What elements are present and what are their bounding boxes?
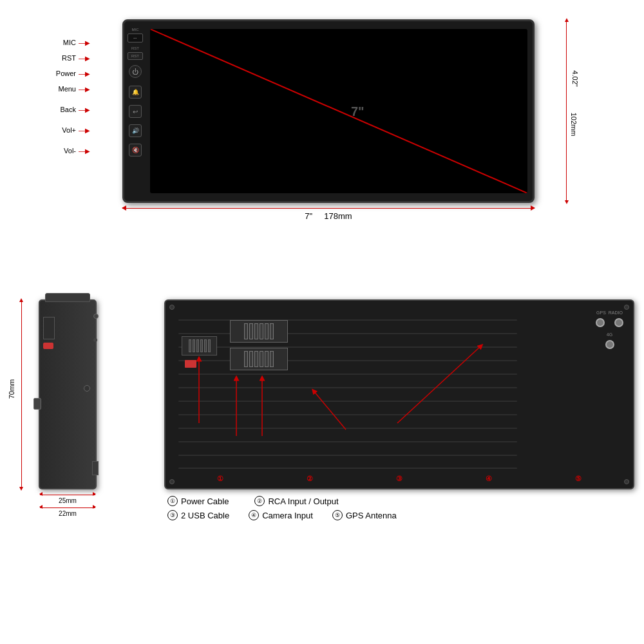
back-view-section: GPS RADIO 4G	[164, 299, 634, 520]
rca-label: RCA Input / Output	[268, 497, 338, 506]
mic-label: MIC	[52, 39, 76, 46]
screen-size-label: 7"	[351, 104, 365, 118]
radio-antenna-port	[614, 318, 623, 327]
height-mm: 102mm	[571, 112, 578, 136]
mic-arrow: —▶	[79, 39, 90, 46]
menu-button[interactable]: 🔔	[129, 86, 142, 99]
top-bracket	[45, 293, 90, 302]
side-view-section: 70mm	[16, 299, 155, 520]
volplus-label: Vol+	[52, 126, 76, 134]
back-button[interactable]: ↩	[129, 105, 142, 118]
num-2: ②	[307, 475, 313, 483]
volminus-arrow: —▶	[79, 147, 90, 155]
power-label: Power	[52, 70, 76, 77]
volplus-arrow: —▶	[79, 127, 90, 134]
back-label: Back	[52, 106, 76, 113]
width-mm: 178mm	[324, 211, 352, 221]
vol-plus-button[interactable]: 🔊	[129, 124, 142, 137]
device-front: MIC ▪▪▪ RST RST ⏻ 🔔 ↩ 🔊 🔇	[122, 19, 535, 203]
back-arrow: —▶	[79, 106, 90, 113]
device-side	[39, 299, 97, 489]
bracket-width1: 25mm	[39, 497, 97, 504]
bottom-connector	[92, 461, 99, 475]
mic-label-row: MIC —▶	[52, 39, 90, 46]
side-right-buttons	[93, 314, 99, 342]
num-circle-3: ③	[167, 510, 178, 520]
power-button[interactable]: ⏻	[129, 65, 142, 78]
back-label-row: Back —▶	[52, 106, 90, 113]
power-arrow: —▶	[79, 70, 90, 77]
volminus-label: Vol-	[52, 147, 76, 155]
rst-button[interactable]: RST	[128, 52, 143, 60]
usb-port-side	[33, 398, 41, 410]
antenna-area: GPS RADIO 4G	[596, 310, 623, 349]
volminus-label-row: Vol- —▶	[52, 147, 90, 155]
connector-top	[230, 320, 288, 343]
connector-bottom	[230, 348, 288, 370]
power-label-row: Power —▶	[52, 70, 90, 77]
diagonal-line	[150, 29, 527, 193]
power-connector	[182, 336, 217, 355]
label-power-cable: ① Power Cable	[167, 496, 229, 506]
audio-jack	[84, 385, 90, 392]
rst-label: RST	[52, 54, 76, 62]
label-gps: ⑤ GPS Antenna	[332, 510, 397, 520]
label-rca: ② RCA Input / Output	[254, 496, 338, 506]
num-circle-1: ①	[167, 496, 178, 506]
front-left-labels: MIC —▶ RST —▶ Power —▶ Menu —▶ Back —▶ V…	[52, 39, 90, 155]
rst-arrow: —▶	[79, 55, 90, 62]
volplus-label-row: Vol+ —▶	[52, 126, 90, 134]
svg-line-0	[150, 29, 527, 193]
4g-antenna-port	[605, 340, 614, 349]
screw-tr	[624, 305, 629, 310]
bracket-width2: 22mm	[39, 510, 97, 517]
side-buttons-panel: MIC ▪▪▪ RST RST ⏻ 🔔 ↩ 🔊 🔇	[128, 28, 143, 156]
height-imperial: 4.02"	[571, 70, 578, 86]
back-label-row-2: ③ 2 USB Cable ④ Camera Input ⑤ GPS Anten…	[164, 510, 634, 520]
gps-label: GPS Antenna	[346, 511, 397, 520]
num-circle-2: ②	[254, 496, 265, 506]
width-spacer	[315, 211, 322, 221]
device-screen: 7"	[150, 29, 527, 193]
num-5: ⑤	[575, 475, 582, 483]
num-3: ③	[396, 475, 402, 483]
menu-arrow: —▶	[79, 86, 90, 93]
screw-tl	[169, 305, 175, 310]
red-jumper	[185, 360, 196, 368]
rst-label-row: RST —▶	[52, 54, 90, 62]
width-imperial: 7"	[305, 211, 312, 221]
bottom-dims: 25mm 22mm	[39, 495, 155, 517]
num-1: ①	[217, 475, 223, 483]
num-circle-5: ⑤	[332, 510, 343, 520]
gps-antenna-port	[596, 318, 605, 327]
usb-label: 2 USB Cable	[181, 511, 229, 520]
width-label: 7" 178mm	[122, 211, 535, 221]
camera-label: Camera Input	[262, 511, 313, 520]
bottom-section: 70mm	[16, 299, 634, 520]
depth-mm: 70mm	[8, 379, 15, 399]
connector-numbers: ① ② ③ ④ ⑤	[166, 475, 633, 483]
front-view-section: MIC —▶ RST —▶ Power —▶ Menu —▶ Back —▶ V…	[52, 19, 580, 221]
bottom-dimension: 7" 178mm	[122, 208, 535, 221]
num-4: ④	[486, 475, 492, 483]
small-board	[43, 317, 55, 339]
vol-minus-button[interactable]: 🔇	[129, 144, 142, 156]
num-circle-4: ④	[249, 510, 259, 520]
mic-port: ▪▪▪	[128, 33, 143, 43]
menu-label: Menu	[52, 85, 76, 93]
label-camera: ④ Camera Input	[249, 510, 313, 520]
main-connectors	[230, 320, 288, 370]
back-label-row-1: ① Power Cable ② RCA Input / Output	[164, 496, 634, 506]
red-connector	[43, 343, 53, 349]
power-cable-label: Power Cable	[181, 497, 229, 506]
device-back: GPS RADIO 4G	[164, 299, 634, 489]
label-usb: ③ 2 USB Cable	[167, 510, 229, 520]
vent-lines	[178, 314, 517, 475]
menu-label-row: Menu —▶	[52, 85, 90, 93]
